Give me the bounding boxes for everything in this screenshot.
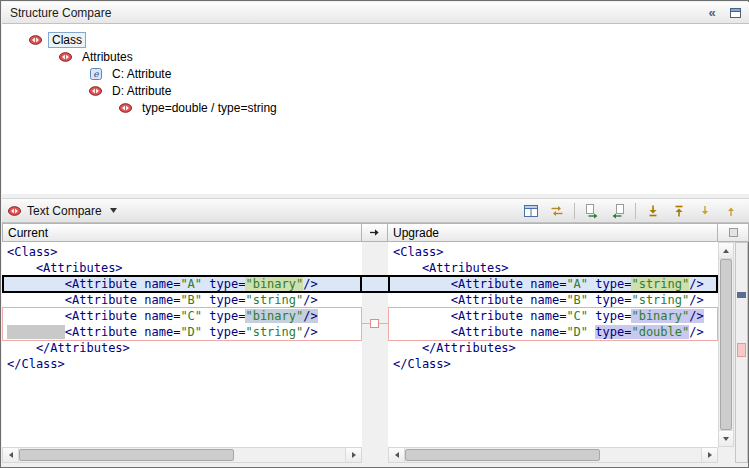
scroll-right-button[interactable] <box>701 448 717 462</box>
change-diff-handle[interactable] <box>370 319 379 328</box>
code-line: <Attribute name="A" type="binary"/> <box>2 276 362 292</box>
change-icon <box>28 35 43 45</box>
svg-text:e: e <box>93 69 99 79</box>
change-icon <box>118 103 133 113</box>
change-icon <box>58 52 73 62</box>
up-arrow-icon <box>723 249 729 253</box>
header-corner <box>717 223 749 242</box>
toolbar-separator <box>635 203 636 219</box>
structure-compare-title: Structure Compare <box>6 6 111 20</box>
structure-compare-header: Structure Compare « <box>2 2 749 24</box>
code-line: <Attribute name="C" type="binary"/> <box>388 308 718 324</box>
vertical-scrollbar-thumb[interactable] <box>720 259 732 430</box>
show-ancestor-pane-icon[interactable] <box>519 200 543 222</box>
collapse-icon[interactable]: « <box>702 4 722 22</box>
left-pane-header-label: Current <box>8 226 48 240</box>
code-line: </Class> <box>2 356 362 372</box>
tree-item-label: D: Attribute <box>108 83 175 99</box>
maximize-icon[interactable] <box>725 4 745 22</box>
overview-ruler-header-button[interactable] <box>729 228 738 237</box>
tree-item-class[interactable]: Class <box>2 31 749 48</box>
left-arrow-icon <box>9 452 13 458</box>
previous-difference-icon[interactable] <box>667 200 691 222</box>
scroll-up-button[interactable] <box>719 243 733 259</box>
copy-all-left-to-right-icon[interactable] <box>580 200 604 222</box>
left-pane-content: <Class> <Attributes> <Attribute name="A"… <box>2 242 362 447</box>
code-line: </Attributes> <box>388 340 718 356</box>
scroll-left-button[interactable] <box>389 448 405 462</box>
code-line: </Class> <box>388 356 718 372</box>
code-line: </Attributes> <box>2 340 362 356</box>
copy-all-right-to-left-icon[interactable] <box>606 200 630 222</box>
diff-gutter <box>362 242 388 447</box>
compare-editor-window: Structure Compare « ClassAttributeseC: A… <box>0 0 749 468</box>
gutter-header <box>361 223 388 242</box>
toolbar-separator <box>574 203 575 219</box>
tree-item-attributes[interactable]: Attributes <box>2 48 749 65</box>
code-line: <Attribute name="B" type="string"/> <box>388 292 718 308</box>
code-line: <Attribute name="D" type="double"/> <box>388 324 718 340</box>
right-pane-header-label: Upgrade <box>393 226 439 240</box>
scroll-down-button[interactable] <box>719 430 733 446</box>
text-compare-menu-button[interactable] <box>108 206 119 215</box>
code-line: <Attribute name="B" type="string"/> <box>2 292 362 308</box>
next-difference-icon[interactable] <box>641 200 665 222</box>
scroll-right-button[interactable] <box>345 448 361 462</box>
overview-mark-change[interactable] <box>737 343 746 357</box>
text-compare-header: Text Compare <box>2 198 749 223</box>
right-pane-header: Upgrade <box>387 223 718 242</box>
horizontal-scrollbar-thumb[interactable] <box>405 449 600 461</box>
code-line: <Attribute name="D" type="string"/> <box>2 324 362 340</box>
right-arrow-icon <box>708 452 712 458</box>
code-line: <Class> <box>388 244 718 260</box>
left-pane-horizontal-scrollbar[interactable] <box>2 447 362 463</box>
text-compare-toolbar <box>519 200 743 222</box>
element-icon: e <box>88 68 103 80</box>
code-line: <Attribute name="C" type="binary"/> <box>2 308 362 324</box>
tree-item-label: C: Attribute <box>108 66 175 82</box>
down-arrow-icon <box>723 437 729 441</box>
structure-tree[interactable]: ClassAttributeseC: AttributeD: Attribute… <box>2 24 749 194</box>
next-change-icon[interactable] <box>693 200 717 222</box>
tree-item-label: Class <box>48 32 86 48</box>
tree-item-type-double-type-string[interactable]: type=double / type=string <box>2 99 749 116</box>
tree-item-d-attribute[interactable]: D: Attribute <box>2 82 749 99</box>
previous-change-icon[interactable] <box>719 200 743 222</box>
code-line: <Class> <box>2 244 362 260</box>
tree-item-c-attribute[interactable]: eC: Attribute <box>2 65 749 82</box>
right-pane-vertical-scrollbar[interactable] <box>718 242 734 447</box>
right-pane[interactable]: <Class> <Attributes> <Attribute name="A"… <box>388 242 718 447</box>
code-line: <Attributes> <box>388 260 718 276</box>
right-pane-content: <Class> <Attributes> <Attribute name="A"… <box>388 242 718 447</box>
horizontal-scrollbar-thumb[interactable] <box>19 449 234 461</box>
change-icon <box>88 86 103 96</box>
merge-direction-button[interactable] <box>366 225 384 240</box>
text-compare-title: Text Compare <box>27 204 102 218</box>
code-line: <Attribute name="A" type="string"/> <box>388 276 718 292</box>
overview-ruler[interactable] <box>735 242 748 463</box>
overview-mark-current-diff[interactable] <box>737 292 746 298</box>
right-pane-horizontal-scrollbar[interactable] <box>388 447 718 463</box>
tree-item-label: Attributes <box>78 49 137 65</box>
swap-left-right-icon[interactable] <box>545 200 569 222</box>
structure-compare-header-buttons: « <box>702 4 745 22</box>
change-icon <box>8 206 21 216</box>
left-pane-header: Current <box>2 223 362 242</box>
tree-item-label: type=double / type=string <box>138 100 281 116</box>
scroll-left-button[interactable] <box>3 448 19 462</box>
left-pane[interactable]: <Class> <Attributes> <Attribute name="A"… <box>2 242 362 447</box>
selected-diff-connector[interactable] <box>362 275 388 293</box>
right-arrow-icon <box>352 452 356 458</box>
code-line: <Attributes> <box>2 260 362 276</box>
left-arrow-icon <box>395 452 399 458</box>
